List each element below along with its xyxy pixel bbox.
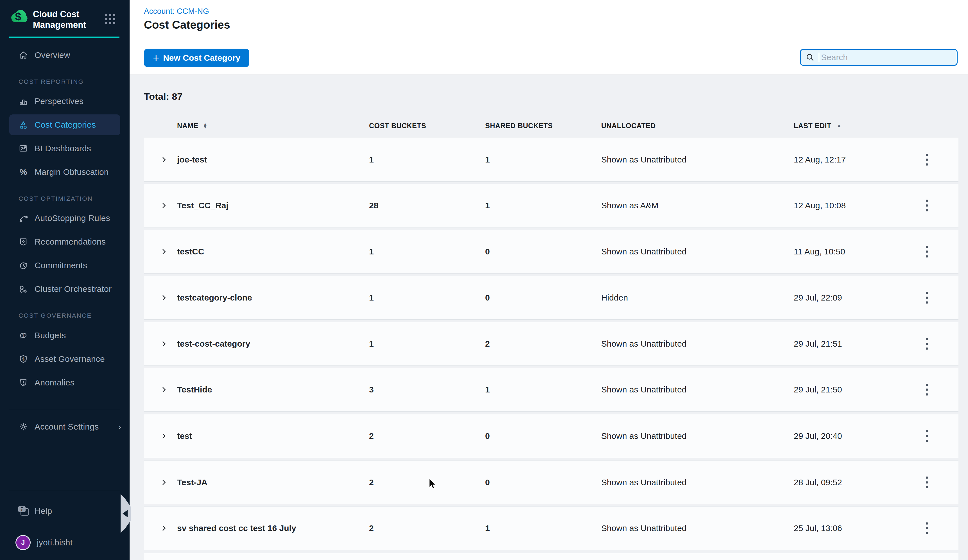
row-expander-chevron-icon[interactable] bbox=[160, 184, 167, 227]
dashboard-icon bbox=[18, 143, 28, 154]
row-expander-chevron-icon[interactable] bbox=[160, 368, 167, 411]
breadcrumb-account-link[interactable]: Account: CCM-NG bbox=[144, 7, 209, 16]
table-panel: Total: 87 NAME ▲▼ COST BUCKETS SHARED BU… bbox=[129, 75, 968, 560]
row-name: test bbox=[177, 414, 192, 458]
user-name: jyoti.bisht bbox=[37, 538, 73, 547]
row-last-edit: 11 Aug, 10:50 bbox=[794, 230, 845, 273]
new-cost-category-button[interactable]: + New Cost Category bbox=[144, 49, 249, 67]
chevron-right-icon: › bbox=[118, 422, 121, 432]
row-unallocated: Shown as Unattributed bbox=[601, 368, 687, 411]
table-row[interactable]: Test_CC_Raj 28 1 Shown as A&M 12 Aug, 10… bbox=[144, 184, 958, 227]
row-shared-buckets: 1 bbox=[485, 138, 490, 181]
brand-underline bbox=[9, 36, 119, 38]
row-cost-buckets: 3 bbox=[369, 368, 374, 411]
sidebar-item-cluster-orchestrator[interactable]: Cluster Orchestrator bbox=[9, 278, 120, 300]
sidebar-item-asset-governance[interactable]: $ Asset Governance bbox=[9, 349, 120, 369]
row-expander-chevron-icon[interactable] bbox=[160, 461, 167, 504]
row-kebab-menu-icon[interactable] bbox=[918, 414, 935, 458]
column-header-last-edit[interactable]: LAST EDIT ▲ bbox=[794, 121, 842, 131]
row-unallocated: Shown as Unattributed bbox=[601, 138, 687, 181]
svg-text:$: $ bbox=[15, 10, 22, 23]
table-row[interactable]: test-cost-category 1 2 Shown as Unattrib… bbox=[144, 322, 958, 366]
sidebar-item-label: Budgets bbox=[35, 331, 66, 340]
row-name: Test-JA bbox=[177, 461, 207, 504]
row-kebab-menu-icon[interactable] bbox=[918, 461, 935, 504]
sidebar-item-account-settings[interactable]: Account Settings › bbox=[9, 416, 120, 437]
row-last-edit: 12 Aug, 12:17 bbox=[794, 138, 846, 181]
sidebar-item-cost-categories[interactable]: Cost Categories bbox=[9, 114, 120, 135]
sidebar-item-perspectives[interactable]: Perspectives bbox=[9, 91, 120, 112]
sidebar-item-recommendations[interactable]: Recommendations bbox=[9, 231, 120, 252]
help-label: Help bbox=[35, 506, 52, 516]
cloud-dollar-logo-icon: $ bbox=[9, 7, 31, 27]
table-row[interactable]: testCC 1 0 Shown as Unattributed 11 Aug,… bbox=[144, 230, 958, 273]
sidebar-item-anomalies[interactable]: Anomalies bbox=[9, 372, 120, 393]
row-cost-buckets: 2 bbox=[369, 461, 374, 504]
toolbar: + New Cost Category bbox=[129, 40, 968, 75]
sidebar-item-autostopping-rules[interactable]: AutoStopping Rules bbox=[9, 208, 120, 229]
row-unallocated: Shown as Unattributed bbox=[601, 322, 687, 366]
row-kebab-menu-icon[interactable] bbox=[918, 507, 935, 550]
row-cost-buckets: 1 bbox=[369, 322, 374, 366]
sidebar-item-label: Asset Governance bbox=[35, 354, 105, 364]
row-kebab-menu-icon[interactable] bbox=[918, 368, 935, 411]
row-shared-buckets: 1 bbox=[485, 507, 490, 550]
row-last-edit: 29 Jul, 22:09 bbox=[794, 276, 842, 319]
table-row[interactable]: TestHide 3 1 Shown as Unattributed 29 Ju… bbox=[144, 368, 958, 411]
row-kebab-menu-icon[interactable] bbox=[918, 276, 935, 319]
sidebar-item-label: Cost Categories bbox=[35, 120, 96, 129]
sidebar-item-margin-obfuscation[interactable]: % Margin Obfuscation bbox=[9, 162, 120, 182]
text-caret bbox=[819, 53, 819, 62]
sidebar-section-cost-optimization: COST OPTIMIZATION bbox=[18, 195, 93, 202]
column-header-name[interactable]: NAME ▲▼ bbox=[177, 121, 208, 131]
user-menu[interactable]: J jyoti.bisht bbox=[9, 532, 120, 553]
row-unallocated: Shown as Unattributed bbox=[601, 461, 687, 504]
search-input[interactable] bbox=[820, 52, 957, 62]
sidebar-item-overview[interactable]: Overview bbox=[9, 45, 120, 66]
sidebar-item-bi-dashboards[interactable]: BI Dashboards bbox=[9, 138, 120, 159]
row-kebab-menu-icon[interactable] bbox=[918, 184, 935, 227]
table-row[interactable]: joe-test 1 1 Shown as Unattributed 12 Au… bbox=[144, 138, 958, 181]
brand: $ Cloud Cost Management bbox=[9, 7, 122, 30]
row-name: sv shared cost cc test 16 July bbox=[177, 507, 296, 550]
row-shared-buckets: 1 bbox=[485, 184, 490, 227]
sidebar-item-label: Recommendations bbox=[35, 237, 106, 247]
row-expander-chevron-icon[interactable] bbox=[160, 507, 167, 550]
sidebar-item-help[interactable]: ? Help bbox=[9, 501, 120, 522]
row-shared-buckets: 0 bbox=[485, 276, 490, 319]
table-row[interactable]: Test-JA 2 0 Shown as Unattributed 28 Jul… bbox=[144, 461, 958, 504]
module-grid-icon[interactable] bbox=[105, 14, 116, 25]
table-row[interactable]: sv shared cost cc test 16 July 2 1 Shown… bbox=[144, 507, 958, 550]
row-expander-chevron-icon[interactable] bbox=[160, 414, 167, 458]
row-shared-buckets: 0 bbox=[485, 461, 490, 504]
row-shared-buckets: 2 bbox=[485, 322, 490, 366]
table-row[interactable]: testcategory-clone 1 0 Hidden 29 Jul, 22… bbox=[144, 276, 958, 319]
search-icon bbox=[805, 53, 815, 62]
svg-text:$: $ bbox=[22, 357, 25, 361]
row-last-edit: 29 Jul, 21:51 bbox=[794, 322, 842, 366]
table-row-partial[interactable] bbox=[144, 553, 958, 560]
row-expander-chevron-icon[interactable] bbox=[160, 138, 167, 181]
sidebar-item-budgets[interactable]: $ Budgets bbox=[9, 325, 120, 346]
row-unallocated: Shown as Unattributed bbox=[601, 230, 687, 273]
row-expander-chevron-icon[interactable] bbox=[160, 322, 167, 366]
clock-icon bbox=[18, 260, 28, 270]
sidebar-item-commitments[interactable]: Commitments bbox=[9, 255, 120, 276]
row-kebab-menu-icon[interactable] bbox=[918, 138, 935, 181]
shield-dollar-icon: $ bbox=[18, 354, 28, 364]
table-row[interactable]: test 2 0 Shown as Unattributed 29 Jul, 2… bbox=[144, 414, 958, 458]
row-cost-buckets: 1 bbox=[369, 230, 374, 273]
row-kebab-menu-icon[interactable] bbox=[918, 230, 935, 273]
new-cost-category-button-label: New Cost Category bbox=[163, 53, 240, 63]
row-last-edit: 25 Jul, 13:06 bbox=[794, 507, 842, 550]
column-header-cost-buckets: COST BUCKETS bbox=[369, 121, 426, 131]
row-kebab-menu-icon[interactable] bbox=[918, 322, 935, 366]
row-expander-chevron-icon[interactable] bbox=[160, 276, 167, 319]
column-header-shared-buckets: SHARED BUCKETS bbox=[485, 121, 553, 131]
row-expander-chevron-icon[interactable] bbox=[160, 230, 167, 273]
sidebar-item-label: Margin Obfuscation bbox=[35, 167, 109, 177]
row-last-edit: 12 Aug, 10:08 bbox=[794, 184, 846, 227]
sidebar-item-label: Perspectives bbox=[35, 96, 83, 106]
hexagons-icon bbox=[18, 284, 28, 294]
row-name: TestHide bbox=[177, 368, 212, 411]
